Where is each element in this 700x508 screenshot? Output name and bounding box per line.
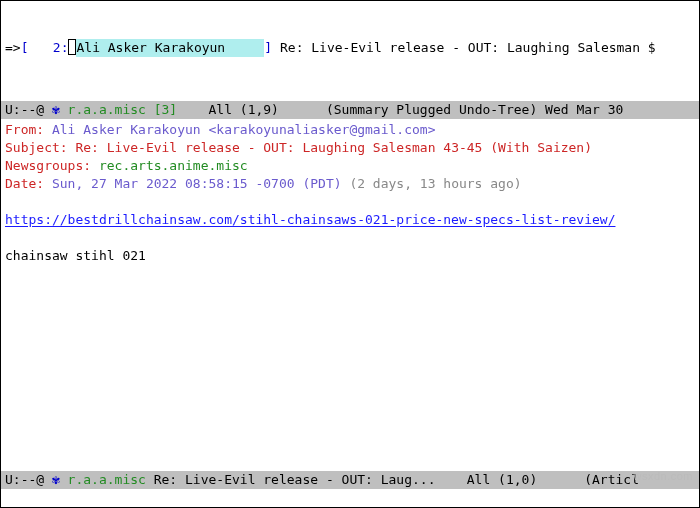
subject-label: Subject: — [5, 140, 68, 155]
modeline-article: U:--@ ✾ r.a.a.misc Re: Live-Evil release… — [1, 471, 699, 489]
modeline-date: Wed Mar 30 — [537, 101, 623, 119]
echo-area — [1, 489, 699, 507]
newsgroups-label: Newsgroups: — [5, 158, 91, 173]
header-newsgroups: Newsgroups: rec.arts.anime.misc — [5, 157, 695, 175]
header-subject: Subject: Re: Live-Evil release - OUT: La… — [5, 139, 695, 157]
summary-marker: => — [5, 39, 21, 57]
summary-row[interactable]: => [ 2: Ali Asker Karakoyun ] Re: Live-E… — [5, 39, 695, 57]
modeline-summary: U:--@ ✾ r.a.a.misc [3] All (1,9) (Summar… — [1, 101, 699, 119]
subject-value: Re: Live-Evil release - OUT: Laughing Sa… — [68, 140, 592, 155]
header-from: From: Ali Asker Karakoyun <karakoyunalia… — [5, 121, 695, 139]
date-label: Date: — [5, 176, 44, 191]
summary-pane[interactable]: => [ 2: Ali Asker Karakoyun ] Re: Live-E… — [1, 1, 699, 101]
summary-article-number: 2: — [28, 39, 68, 57]
article-body: chainsaw stihl 021 — [5, 247, 695, 265]
modeline-minor-modes: (Summary Plugged Undo-Tree) — [318, 101, 537, 119]
modeline-status: U:--@ — [5, 101, 52, 119]
blank-line — [5, 193, 695, 211]
gnus-icon: ✾ — [52, 471, 60, 489]
article-link-line: https://bestdrillchainsaw.com/stihl-chai… — [5, 211, 695, 229]
modeline-group: r.a.a.misc — [60, 471, 146, 489]
modeline-status: U:--@ — [5, 471, 52, 489]
modeline-title: Re: Live-Evil release - OUT: Laug... — [146, 471, 459, 489]
newsgroups-value: rec.arts.anime.misc — [91, 158, 248, 173]
date-value: Sun, 27 Mar 2022 08:58:15 -0700 (PDT) — [44, 176, 341, 191]
summary-author: Ali Asker Karakoyun — [76, 39, 264, 57]
summary-close-bracket: ] — [264, 39, 272, 57]
summary-subject: Re: Live-Evil release - OUT: Laughing Sa… — [272, 39, 656, 57]
modeline-position: All (1,9) — [177, 101, 318, 119]
article-link[interactable]: https://bestdrillchainsaw.com/stihl-chai… — [5, 212, 615, 227]
date-age: (2 days, 13 hours ago) — [342, 176, 522, 191]
from-value: Ali Asker Karakoyun <karakoyunaliasker@g… — [44, 122, 435, 137]
blank-line — [5, 229, 695, 247]
from-label: From: — [5, 122, 44, 137]
watermark: wsxdn.com — [633, 467, 693, 485]
text-cursor — [68, 39, 76, 55]
modeline-position: All (1,0) — [459, 471, 576, 489]
modeline-group: r.a.a.misc [3] — [60, 101, 177, 119]
article-pane[interactable]: From: Ali Asker Karakoyun <karakoyunalia… — [1, 119, 699, 471]
modeline-minor-modes: (Articl — [576, 471, 639, 489]
gnus-icon: ✾ — [52, 101, 60, 119]
summary-open-bracket: [ — [21, 39, 29, 57]
header-date: Date: Sun, 27 Mar 2022 08:58:15 -0700 (P… — [5, 175, 695, 193]
